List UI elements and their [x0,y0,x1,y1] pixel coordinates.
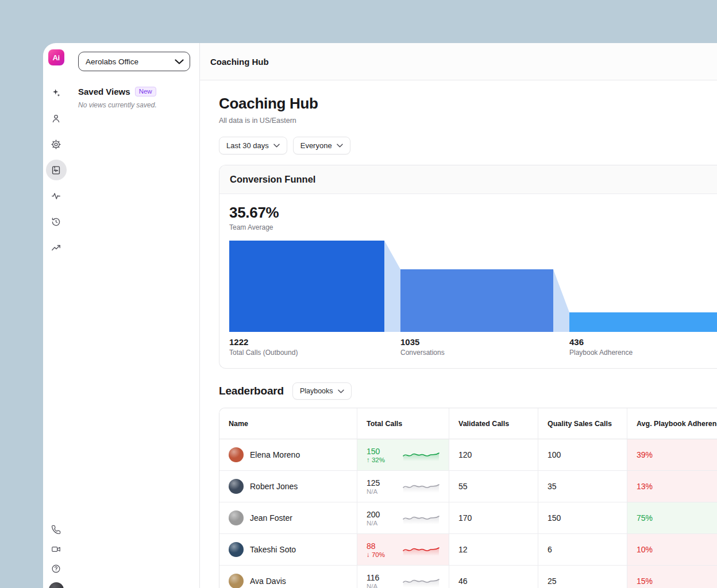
quality-sales-calls-cell: 25 [538,566,627,588]
total-calls-value: 150 [367,447,385,456]
gear-icon[interactable] [46,134,67,154]
avatar [229,447,244,462]
adherence-cell: 13% [627,471,717,502]
phone-icon[interactable] [48,521,65,537]
filters: Last 30 days Everyone [219,137,717,154]
name-cell: Ava Davis [219,566,357,588]
trend-up-icon[interactable] [46,237,67,258]
adherence-cell: 39% [627,439,717,471]
table-row[interactable]: Robert Jones 125 N/A 55 35 13% [219,471,717,502]
adherence-value: 39% [637,450,653,459]
adherence-cell: 10% [627,534,717,566]
page-title: Coaching Hub [219,95,717,113]
quality-sales-calls-cell: 35 [538,471,627,502]
leaderboard-title: Leaderboard [219,385,284,397]
chevron-down-icon [175,59,184,64]
chevron-down-icon [338,389,344,393]
rep-name: Elena Moreno [250,450,300,459]
total-calls-value: 116 [367,573,379,582]
rep-name: Ava Davis [250,577,286,586]
adherence-value: 13% [637,482,653,491]
date-range-filter[interactable]: Last 30 days [219,137,287,154]
column-quality-sales-calls[interactable]: Quality Sales Calls [538,408,627,439]
funnel-segment-1[interactable] [229,241,384,332]
column-avg-playbook-adherence[interactable]: Avg. Playbook Adherence [627,408,717,439]
table-row[interactable]: Elena Moreno 150 ↑ 32% 120 100 39% [219,439,717,471]
saved-views-empty-text: No views currently saved. [78,101,190,109]
avatar [229,574,244,588]
leaderboard-body: Elena Moreno 150 ↑ 32% 120 100 39% R [219,439,717,588]
total-calls-change: N/A [367,583,379,588]
total-calls-value: 200 [367,510,380,519]
funnel-labels: 1222 Total Calls (Outbound) 1035 Convers… [229,337,717,357]
total-calls-change: ↑ 32% [367,457,385,463]
avatar [229,510,244,525]
table-header-row: Name Total Calls Validated Calls Quality… [219,408,717,439]
app-logo: Ai [48,49,64,65]
page-subtitle: All data is in US/Eastern [219,117,717,125]
funnel-label-1: 1222 Total Calls (Outbound) [229,337,400,357]
adherence-cell: 75% [627,502,717,534]
saved-views-title: Saved Views [78,87,130,96]
rep-name: Takeshi Soto [250,545,296,554]
sparkline-icon [403,575,440,587]
playbooks-filter[interactable]: Playbooks [292,382,352,400]
total-calls-cell: 200 N/A [357,502,449,534]
validated-calls-cell: 12 [449,534,538,566]
column-name[interactable]: Name [219,408,357,439]
table-row[interactable]: Ava Davis 116 N/A 46 25 15% [219,566,717,588]
name-cell: Robert Jones [219,471,357,502]
total-calls-cell: 125 N/A [357,471,449,502]
app-window: Ai [43,43,717,588]
name-cell: Takeshi Soto [219,534,357,566]
sparkline-icon [403,543,440,556]
total-calls-cell: 88 ↓ 70% [357,534,449,566]
saved-views-header: Saved Views New [78,87,190,96]
user-avatar[interactable] [49,582,64,588]
team-average-label: Team Average [229,223,717,231]
content: Coaching Hub All data is in US/Eastern L… [200,80,717,588]
funnel-label-2: 1035 Conversations [400,337,569,357]
rep-name: Jean Foster [250,513,292,523]
topbar-title: Coaching Hub [210,57,269,67]
adherence-value: 75% [637,513,653,523]
validated-calls-cell: 55 [449,471,538,502]
quality-sales-calls-cell: 100 [538,439,627,471]
quality-sales-calls-cell: 6 [538,534,627,566]
leaderboard-header: Leaderboard Playbooks [219,382,717,400]
video-icon[interactable] [48,541,65,557]
history-icon[interactable] [46,211,67,232]
funnel-connector-2 [553,269,569,332]
quality-sales-calls-cell: 150 [538,502,627,534]
team-filter[interactable]: Everyone [293,137,350,154]
funnel-chart [229,241,717,332]
activity-icon[interactable] [46,185,67,206]
sparkline-icon [403,448,440,461]
total-calls-cell: 150 ↑ 32% [357,439,449,471]
leaderboard-table: Name Total Calls Validated Calls Quality… [219,408,717,588]
sparkles-icon[interactable] [46,82,67,103]
rep-name: Robert Jones [250,482,298,491]
user-icon[interactable] [46,108,67,129]
help-icon[interactable] [48,560,65,577]
coaching-hub-icon[interactable] [46,160,67,180]
card-title: Conversion Funnel [219,165,717,194]
column-validated-calls[interactable]: Validated Calls [449,408,538,439]
total-calls-cell: 116 N/A [357,566,449,588]
funnel-segment-3[interactable] [569,312,717,332]
conversion-funnel-card: Conversion Funnel 35.67% Team Average 12… [219,165,717,369]
table-row[interactable]: Jean Foster 200 N/A 170 150 75% [219,502,717,534]
funnel-card-body: 35.67% Team Average 1222 Total Calls (Ou… [219,194,717,368]
name-cell: Elena Moreno [219,439,357,471]
name-cell: Jean Foster [219,502,357,534]
funnel-label-3: 436 Playbook Adherence [569,337,717,357]
table-row[interactable]: Takeshi Soto 88 ↓ 70% 12 6 10% [219,534,717,566]
topbar: Coaching Hub [200,43,717,80]
chevron-down-icon [337,144,343,148]
workspace-dropdown[interactable]: Aerolabs Office [78,52,190,71]
funnel-segment-2[interactable] [400,269,553,332]
chevron-down-icon [273,144,280,148]
icon-rail: Ai [43,43,69,588]
column-total-calls[interactable]: Total Calls [357,408,449,439]
rail-bottom [48,521,65,588]
